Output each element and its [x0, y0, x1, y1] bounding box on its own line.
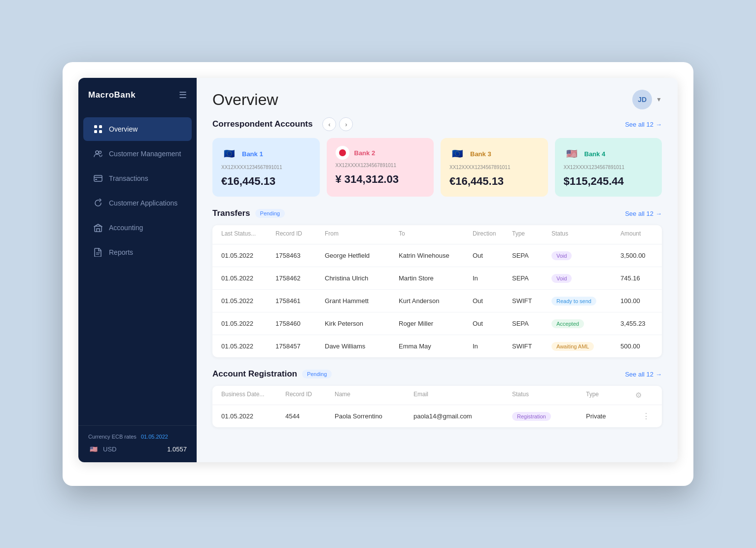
row-menu-icon[interactable]: ⋮ — [635, 411, 650, 421]
registration-pending-badge: Pending — [302, 370, 332, 378]
sidebar-item-overview[interactable]: Overview — [83, 117, 192, 141]
currency-rate: 1.0557 — [167, 445, 187, 453]
svg-rect-1 — [99, 125, 102, 128]
sidebar-item-transactions[interactable]: Transactions — [83, 167, 192, 190]
credit-card-icon — [93, 173, 103, 183]
sidebar-item-label-tx: Transactions — [109, 174, 148, 182]
status-badge: Registration — [512, 412, 551, 421]
registration-table: Business Date... Record ID Name Email St… — [212, 386, 662, 427]
monitor-frame: MacroBank ☰ Overview — [63, 62, 693, 486]
bank4-account-number: XX12XXXX1234567891011 — [564, 165, 653, 170]
ecb-label-row: Currency ECB rates 01.05.2022 — [88, 434, 187, 440]
svg-rect-0 — [94, 125, 97, 128]
transfers-section-header: Transfers Pending See all 12 → — [212, 208, 662, 218]
bank3-flag: 🇪🇺 — [449, 146, 465, 162]
col-last-status: Last Status... — [221, 230, 275, 239]
main-content: Correspondent Accounts ‹ › See all 12 → — [197, 117, 678, 462]
building-icon — [93, 223, 103, 233]
table-row[interactable]: 01.05.2022 1758463 George Hetfield Katri… — [212, 244, 662, 267]
chevron-down-icon[interactable]: ▼ — [656, 96, 662, 103]
file-icon — [93, 247, 103, 257]
sidebar-item-label-reports: Reports — [109, 248, 133, 256]
correspondent-accounts-section: Correspondent Accounts ‹ › See all 12 → — [212, 117, 662, 197]
status-badge: Awaiting AML — [551, 342, 594, 351]
col-email: Email — [413, 391, 512, 400]
svg-rect-8 — [95, 179, 97, 180]
cell-to: Katrin Winehouse — [399, 252, 473, 259]
svg-rect-3 — [99, 130, 102, 133]
bank2-name: Bank 2 — [354, 149, 376, 157]
bank1-name: Bank 1 — [242, 150, 263, 158]
cell-from: George Hetfield — [325, 252, 399, 259]
prev-arrow-button[interactable]: ‹ — [322, 117, 336, 131]
cell-type: SEPA — [512, 252, 551, 259]
col-reg-type: Type — [586, 391, 635, 400]
account-card-bank1[interactable]: 🇪🇺 Bank 1 XX12XXXX1234567891011 €16,445.… — [212, 138, 320, 197]
col-type: Type — [512, 230, 551, 239]
sidebar-footer: Currency ECB rates 01.05.2022 🇺🇸 USD 1.0… — [78, 425, 197, 462]
bank1-account-number: XX12XXXX1234567891011 — [221, 165, 311, 170]
cell-amount: 3,500.00 — [620, 252, 662, 259]
app-shell: MacroBank ☰ Overview — [78, 78, 678, 462]
cell-direction: Out — [473, 252, 512, 259]
bank1-flag: 🇪🇺 — [221, 146, 237, 162]
bank2-amount: ¥ 314,312.03 — [336, 173, 425, 186]
svg-rect-6 — [94, 175, 102, 181]
sidebar-item-customer-management[interactable]: Customer Management — [83, 142, 192, 166]
account-card-bank4[interactable]: 🇺🇸 Bank 4 XX12XXXX1234567891011 $115,245… — [555, 138, 662, 197]
registration-section-header: Account Registration Pending See all 12 … — [212, 369, 662, 379]
account-card-bank2[interactable]: Bank 2 XX12XXXX1234567891011 ¥ 314,312.0… — [327, 138, 434, 197]
bank2-flag — [336, 146, 349, 160]
main-content-area: Overview JD ▼ Correspondent Accounts ‹ › — [197, 78, 678, 462]
registration-table-header: Business Date... Record ID Name Email St… — [212, 386, 662, 405]
bank3-amount: €16,445.13 — [449, 175, 539, 188]
bank3-name: Bank 3 — [470, 150, 491, 158]
col-from: From — [325, 230, 399, 239]
grid-icon — [93, 124, 103, 134]
bank4-flag: 🇺🇸 — [564, 146, 580, 162]
svg-rect-2 — [94, 130, 97, 133]
page-title: Overview — [212, 91, 278, 109]
app-logo: MacroBank — [88, 90, 136, 100]
col-business-date: Business Date... — [221, 391, 285, 400]
accounts-see-all-link[interactable]: See all 12 → — [625, 121, 662, 128]
transfers-section-title: Transfers — [212, 208, 250, 218]
svg-point-5 — [99, 151, 102, 154]
user-avatar[interactable]: JD — [632, 90, 652, 109]
bank4-amount: $115,245.44 — [564, 175, 653, 188]
table-row[interactable]: 01.05.2022 1758460 Kirk Peterson Roger M… — [212, 312, 662, 335]
ecb-date: 01.05.2022 — [141, 434, 168, 440]
status-badge: Void — [551, 251, 572, 260]
registration-section-title: Account Registration — [212, 369, 297, 379]
col-reg-status: Status — [512, 391, 586, 400]
currency-row: 🇺🇸 USD 1.0557 — [88, 444, 187, 454]
next-arrow-button[interactable]: › — [339, 117, 353, 131]
bank2-account-number: XX12XXXX1234567891011 — [336, 163, 425, 168]
table-row[interactable]: 01.05.2022 1758462 Christina Ulrich Mart… — [212, 267, 662, 290]
table-row[interactable]: 01.05.2022 1758461 Grant Hammett Kurt An… — [212, 290, 662, 312]
bank4-name: Bank 4 — [584, 150, 606, 158]
hamburger-icon[interactable]: ☰ — [179, 90, 187, 101]
registration-see-all-link[interactable]: See all 12 → — [625, 371, 662, 378]
sidebar-item-label-accounting: Accounting — [109, 224, 143, 232]
col-record-id: Record ID — [275, 230, 325, 239]
sidebar-item-accounting[interactable]: Accounting — [83, 216, 192, 240]
table-row[interactable]: 01.05.2022 4544 Paola Sorrentino paola14… — [212, 405, 662, 427]
transfers-section: Transfers Pending See all 12 → Last Stat… — [212, 208, 662, 357]
registration-title-wrap: Account Registration Pending — [212, 369, 332, 379]
account-card-bank3[interactable]: 🇪🇺 Bank 3 XX12XXXX1234567891011 €16,445.… — [441, 138, 548, 197]
user-section: JD ▼ — [632, 90, 662, 109]
col-name: Name — [335, 391, 413, 400]
account-registration-section: Account Registration Pending See all 12 … — [212, 369, 662, 427]
transfers-table: Last Status... Record ID From To Directi… — [212, 225, 662, 357]
sidebar: MacroBank ☰ Overview — [78, 78, 197, 462]
transfers-table-header: Last Status... Record ID From To Directi… — [212, 225, 662, 244]
reg-table-settings-icon[interactable]: ⚙ — [635, 391, 650, 400]
transfers-see-all-link[interactable]: See all 12 → — [625, 210, 662, 217]
sidebar-item-customer-applications[interactable]: Customer Applications — [83, 191, 192, 215]
sidebar-nav: Overview Customer Management — [78, 112, 197, 425]
sidebar-item-reports[interactable]: Reports — [83, 240, 192, 264]
table-row[interactable]: 01.05.2022 1758457 Dave Williams Emma Ma… — [212, 335, 662, 357]
bank1-amount: €16,445.13 — [221, 175, 311, 188]
bank3-account-number: XX12XXXX1234567891011 — [449, 165, 539, 170]
